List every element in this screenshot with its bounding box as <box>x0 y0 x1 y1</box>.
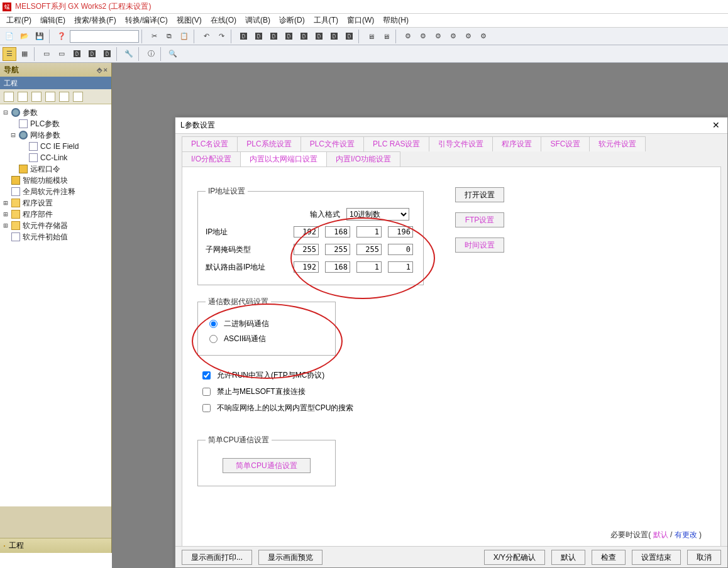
end-settings-button[interactable]: 设置结束 <box>632 550 681 565</box>
redo-icon[interactable]: ↷ <box>214 30 228 43</box>
expand-icon[interactable]: ⊞ <box>3 210 9 219</box>
time-settings-button[interactable]: 时间设置 <box>455 238 504 253</box>
mask-octet-3[interactable] <box>356 244 382 255</box>
dev-icon[interactable]: 🅳 <box>100 47 114 61</box>
check-button[interactable]: 检查 <box>592 550 626 565</box>
nav-pin-close[interactable]: ⬘ × <box>97 66 108 74</box>
open-icon[interactable]: 📂 <box>18 30 31 43</box>
expand-icon[interactable]: ⊞ <box>3 199 9 207</box>
gw-octet-1[interactable] <box>294 261 319 273</box>
project-tree[interactable]: ⊟参数PLC参数⊟网络参数CC IE FieldCC-Link远程口令智能功能模… <box>0 104 111 506</box>
search-icon[interactable]: 🔍 <box>166 47 180 61</box>
preview-button[interactable]: 显示画面预览 <box>258 550 323 565</box>
tree-item[interactable]: ⊞软元件存储器 <box>0 220 111 231</box>
expand-icon[interactable]: ⊞ <box>3 221 9 230</box>
dev-icon[interactable]: 🅳 <box>327 30 341 43</box>
tool-icon[interactable]: ⚙ <box>416 30 430 43</box>
nav-tool-icon[interactable] <box>31 92 41 102</box>
gw-octet-4[interactable] <box>388 261 413 273</box>
dev-icon[interactable]: 🅳 <box>236 30 250 43</box>
tree-item[interactable]: 全局软元件注释 <box>0 186 111 197</box>
tree-item[interactable]: CC IE Field <box>0 141 111 152</box>
ip-octet-3[interactable] <box>356 226 382 238</box>
forbid-melsoft-checkbox[interactable] <box>202 388 211 396</box>
tab[interactable]: 内置以太网端口设置 <box>240 151 327 167</box>
tree-item[interactable]: 远程口令 <box>0 163 111 175</box>
ascii-radio[interactable] <box>209 335 218 343</box>
dev-icon[interactable]: 🅳 <box>297 30 311 43</box>
nav-tool-icon[interactable] <box>45 92 55 102</box>
ftp-settings-button[interactable]: FTP设置 <box>455 212 504 227</box>
menu-item[interactable]: 调试(B) <box>245 15 270 26</box>
tree-item[interactable]: 智能功能模块 <box>0 175 111 186</box>
default-button[interactable]: 默认 <box>551 550 585 565</box>
paste-icon[interactable]: 📋 <box>177 30 191 43</box>
dev-icon[interactable]: 🅳 <box>342 30 356 43</box>
menu-item[interactable]: 帮助(H) <box>383 15 409 26</box>
tab[interactable]: 程序设置 <box>492 136 541 151</box>
menu-item[interactable]: 工程(P) <box>6 15 31 26</box>
dev-icon[interactable]: 🅳 <box>70 47 84 61</box>
tool-icon[interactable]: ⚙ <box>431 30 445 43</box>
cut-icon[interactable]: ✂ <box>147 30 161 43</box>
expand-icon[interactable]: ⊟ <box>3 108 9 117</box>
tab[interactable]: PLC文件设置 <box>301 136 364 151</box>
tree-item[interactable]: ⊞程序设置 <box>0 197 111 209</box>
monitor-icon[interactable]: 🖥 <box>379 30 393 43</box>
open-settings-button[interactable]: 打开设置 <box>455 187 504 202</box>
tree-item[interactable]: CC-Link <box>0 152 111 163</box>
tool-icon[interactable]: ⚙ <box>477 30 490 43</box>
tab[interactable]: 软元件设置 <box>589 136 646 151</box>
ip-octet-1[interactable] <box>294 226 319 238</box>
mask-octet-2[interactable] <box>325 244 350 255</box>
mask-octet-1[interactable] <box>294 244 319 255</box>
menu-item[interactable]: 转换/编译(C) <box>125 15 168 26</box>
monitor-icon[interactable]: 🖥 <box>364 30 378 43</box>
dev-icon[interactable]: 🅳 <box>312 30 326 43</box>
new-icon[interactable]: 📄 <box>3 30 16 43</box>
menu-item[interactable]: 在线(O) <box>211 15 236 26</box>
save-icon[interactable]: 💾 <box>33 30 47 43</box>
menu-item[interactable]: 窗口(W) <box>347 15 374 26</box>
menu-item[interactable]: 诊断(D) <box>279 15 305 26</box>
allow-run-write-checkbox[interactable] <box>202 371 211 380</box>
nav-tool-icon[interactable] <box>4 92 14 102</box>
tool-icon[interactable]: ⚙ <box>461 30 475 43</box>
tree-item[interactable]: ⊞程序部件 <box>0 209 111 220</box>
ip-octet-2[interactable] <box>325 226 350 238</box>
gw-octet-3[interactable] <box>356 261 382 273</box>
dev-icon[interactable]: 🅳 <box>85 47 99 61</box>
ip-octet-4[interactable] <box>388 226 413 238</box>
dev-icon[interactable]: 🅳 <box>251 30 265 43</box>
undo-icon[interactable]: ↶ <box>199 30 213 43</box>
nav-icon[interactable]: ☰ <box>3 47 16 61</box>
nav-tool-icon[interactable] <box>59 92 69 102</box>
tab[interactable]: 内置I/O功能设置 <box>326 151 400 167</box>
nav-icon[interactable]: ▦ <box>18 47 31 61</box>
tree-item[interactable]: ⊟网络参数 <box>0 129 111 141</box>
dev-icon[interactable]: 🅳 <box>282 30 295 43</box>
tree-item[interactable]: ⊟参数 <box>0 107 111 118</box>
tab[interactable]: SFC设置 <box>541 136 590 151</box>
simple-cpu-button[interactable]: 简单CPU通信设置 <box>223 458 311 473</box>
help-icon[interactable]: ❓ <box>55 30 69 43</box>
window-icon[interactable]: ▭ <box>55 47 69 61</box>
no-search-response-checkbox[interactable] <box>202 404 211 412</box>
format-select[interactable]: 10进制数 <box>346 208 409 221</box>
copy-icon[interactable]: ⧉ <box>162 30 176 43</box>
tab[interactable]: 引导文件设置 <box>429 136 493 151</box>
tab[interactable]: PLC名设置 <box>182 136 238 151</box>
tool-icon[interactable]: ⚙ <box>401 30 415 43</box>
tool-icon[interactable]: ⚙ <box>446 30 460 43</box>
tab[interactable]: PLC RAS设置 <box>363 136 429 151</box>
param-icon[interactable]: 🔧 <box>122 47 136 61</box>
nav-tool-icon[interactable] <box>73 92 83 102</box>
toolbar-combo[interactable] <box>70 30 139 43</box>
xy-confirm-button[interactable]: X/Y分配确认 <box>484 550 545 565</box>
menu-item[interactable]: 搜索/替换(F) <box>74 15 116 26</box>
info-icon[interactable]: ⓘ <box>144 47 158 61</box>
nav-tool-icon[interactable] <box>18 92 28 102</box>
tab[interactable]: I/O分配设置 <box>182 151 241 167</box>
menu-item[interactable]: 视图(V) <box>177 15 202 26</box>
expand-icon[interactable]: ⊟ <box>10 131 16 139</box>
